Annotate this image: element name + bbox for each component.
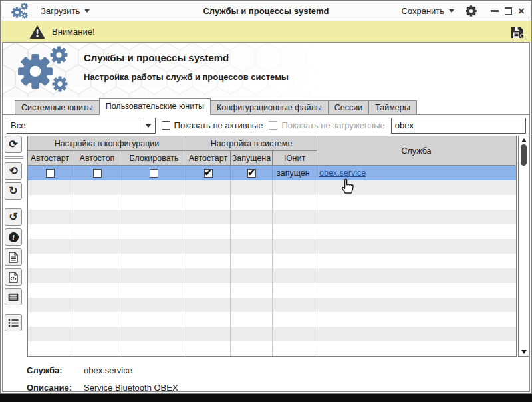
app-logo-gears-large-icon (17, 46, 72, 95)
load-button[interactable]: Загрузить (41, 6, 90, 16)
tab-user-units[interactable]: Пользовательские юниты (99, 98, 211, 115)
show-unloaded-label: Показать не загруженные (281, 120, 384, 130)
list-icon (8, 319, 19, 327)
header-band: Службы и процессы systemd Настройка рабо… (3, 43, 529, 97)
detail-service-value: obex.service (84, 365, 132, 375)
toolbar-file-button[interactable] (5, 248, 22, 266)
detail-description-label: Описание: (27, 383, 84, 393)
show-unloaded-checkbox-field: Показать не загруженные (269, 120, 384, 130)
system-running-checkbox[interactable] (247, 169, 256, 178)
undo-icon: ↺ (9, 212, 17, 222)
table-row[interactable] (28, 180, 516, 195)
journal-icon (8, 293, 19, 302)
page-subtitle: Настройка работы служб и процессов систе… (84, 72, 289, 82)
search-input[interactable] (391, 118, 526, 134)
toolbar-redo-button[interactable]: ↻ (5, 182, 22, 200)
app-window: Службы и процессы systemd Загрузить Сохр… (0, 0, 532, 394)
load-button-label: Загрузить (41, 6, 80, 16)
detail-description-value: Service Bluetooth OBEX (84, 383, 178, 393)
tab-sessions[interactable]: Сессии (328, 100, 369, 114)
group-header-config: Настройка в конфигурации (28, 136, 186, 151)
table-empty-rows (28, 180, 516, 356)
table-row[interactable] (28, 283, 516, 298)
vertical-scrollbar[interactable] (518, 136, 529, 357)
show-inactive-label: Показать не активные (174, 120, 263, 130)
service-link[interactable]: obex.service (319, 168, 366, 178)
redo-icon: ↻ (9, 186, 17, 196)
column-header-service: Служба (317, 136, 515, 166)
column-header-block: Блокировать (122, 151, 186, 166)
refresh-icon: ⟳ (9, 139, 17, 150)
group-header-system: Настройка в системе (186, 136, 317, 151)
table-row[interactable] (28, 327, 516, 341)
close-button[interactable]: × (518, 7, 525, 15)
system-autostart-checkbox[interactable] (204, 169, 213, 178)
column-header-autostop: Автостоп (72, 151, 122, 166)
table-row[interactable] (28, 239, 516, 254)
scroll-down-arrow-icon[interactable] (521, 350, 527, 354)
warning-message: Внимание! (52, 27, 95, 37)
history-icon: ⟲ (9, 166, 17, 176)
column-header-autostart-config: Автостарт (28, 151, 72, 166)
unit-state-cell: запущен (273, 166, 317, 180)
screen: Службы и процессы systemd Загрузить Сохр… (0, 0, 532, 402)
toolbar-list-button[interactable] (5, 314, 22, 331)
config-autostart-checkbox[interactable] (46, 169, 55, 178)
table-row[interactable] (28, 341, 516, 356)
titlebar: Службы и процессы systemd Загрузить Сохр… (1, 1, 531, 21)
save-button-label: Сохранить (401, 6, 444, 16)
tab-system-units[interactable]: Системные юниты (15, 100, 100, 114)
minimize-button[interactable] (491, 10, 499, 12)
toolbar-info-button[interactable]: i (5, 228, 22, 246)
table-row[interactable] (28, 268, 516, 283)
show-inactive-checkbox[interactable] (162, 121, 170, 130)
scrollbar-thumb[interactable] (521, 144, 527, 166)
config-autostop-checkbox[interactable] (93, 169, 102, 178)
toolbar-refresh-button[interactable]: ⟳ (5, 136, 22, 153)
unit-filter-value: Все (7, 118, 142, 133)
window-controls: × (488, 7, 525, 15)
file-code-icon (9, 272, 18, 283)
filter-bar: Все Показать не активные Показать не заг… (3, 115, 529, 136)
save-file-icon[interactable] (509, 24, 525, 40)
details-panel: Служба: obex.service Описание: Service B… (3, 357, 529, 400)
scroll-up-arrow-icon[interactable] (521, 138, 527, 142)
chevron-down-icon (145, 124, 152, 128)
select-dropdown-arrow[interactable] (142, 118, 155, 133)
page-title: Службы и процессы systemd (84, 52, 289, 63)
config-block-checkbox[interactable] (150, 169, 158, 178)
warning-bar: Внимание! (1, 21, 531, 42)
header-text: Службы и процессы systemd Настройка рабо… (84, 52, 289, 82)
table-row[interactable] (28, 312, 516, 327)
table-row[interactable] (28, 195, 516, 210)
main-area: ⟳ ⟲ ↻ ↺ i (3, 136, 529, 357)
tab-timers[interactable]: Таймеры (368, 100, 417, 114)
chevron-down-icon (84, 9, 90, 13)
toolbar-journal-button[interactable] (5, 288, 22, 305)
info-icon: i (9, 232, 19, 242)
chevron-down-icon (449, 9, 454, 13)
settings-gear-icon[interactable] (466, 5, 477, 17)
maximize-button[interactable] (505, 7, 512, 15)
show-inactive-checkbox-field[interactable]: Показать не активные (162, 120, 263, 130)
save-button[interactable]: Сохранить (401, 6, 454, 16)
toolbar-undo-button[interactable]: ↺ (5, 208, 22, 226)
table-row[interactable] (28, 254, 516, 268)
unit-filter-select[interactable]: Все (7, 118, 156, 134)
toolbar-history-button[interactable]: ⟲ (5, 162, 22, 180)
table-row[interactable] (28, 224, 516, 239)
column-header-running: Запущена (231, 151, 273, 166)
file-icon (9, 252, 18, 263)
side-toolbar: ⟳ ⟲ ↻ ↺ i (5, 136, 26, 357)
units-table: Настройка в конфигурации Настройка в сис… (27, 136, 517, 357)
column-header-autostart-system: Автостарт (186, 151, 231, 166)
app-body: Службы и процессы systemd Настройка рабо… (2, 42, 530, 392)
table-row-selected[interactable]: запущен obex.service (28, 166, 516, 180)
toolbar-file-code-button[interactable] (5, 268, 22, 286)
tab-bar: Системные юниты Пользовательские юниты К… (3, 97, 529, 115)
tab-config-files[interactable]: Конфигурационные файлы (210, 100, 329, 114)
table-row[interactable] (28, 298, 516, 312)
detail-service-label: Служба: (27, 365, 84, 375)
table-row[interactable] (28, 210, 516, 224)
warning-triangle-icon (29, 25, 45, 39)
